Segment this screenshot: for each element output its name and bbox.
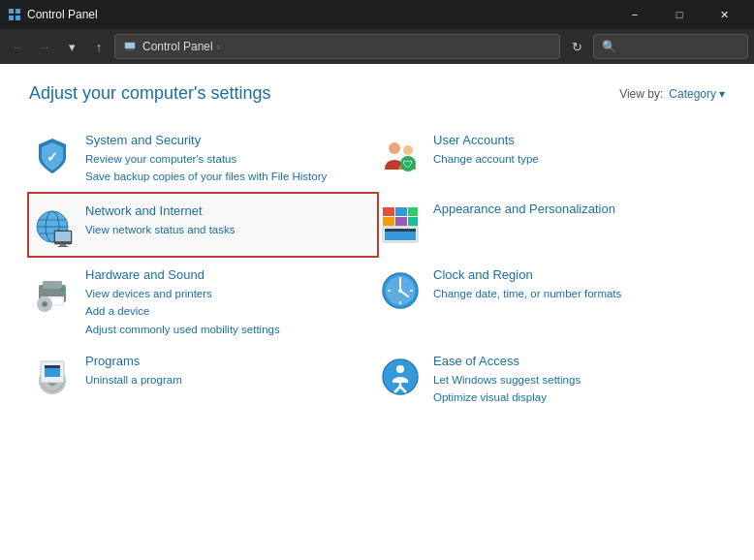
programs-icon bbox=[29, 354, 76, 400]
minimize-button[interactable]: − bbox=[613, 0, 657, 29]
forward-button[interactable]: → bbox=[33, 35, 56, 58]
clock-region-name[interactable]: Clock and Region bbox=[433, 267, 715, 282]
svg-rect-22 bbox=[395, 207, 407, 216]
programs-link-1[interactable]: Uninstall a program bbox=[85, 371, 367, 389]
svg-rect-53 bbox=[45, 365, 60, 368]
svg-point-37 bbox=[44, 303, 46, 305]
category-system-security: ✓ System and Security Review your comput… bbox=[29, 123, 377, 192]
system-security-name[interactable]: System and Security bbox=[85, 133, 367, 147]
svg-rect-21 bbox=[383, 207, 394, 216]
svg-rect-3 bbox=[16, 16, 20, 20]
breadcrumb-root: Control Panel bbox=[142, 40, 213, 53]
window-controls: − □ ✕ bbox=[613, 0, 746, 29]
hardware-sound-name[interactable]: Hardware and Sound bbox=[85, 267, 367, 282]
svg-text:✓: ✓ bbox=[47, 149, 58, 165]
svg-rect-20 bbox=[58, 246, 68, 247]
appearance-icon bbox=[377, 202, 424, 248]
svg-rect-0 bbox=[9, 9, 14, 14]
view-by-value[interactable]: Category ▾ bbox=[669, 87, 725, 101]
category-programs: Programs Uninstall a program bbox=[29, 344, 377, 413]
svg-rect-19 bbox=[60, 244, 66, 246]
page-title: Adjust your computer's settings bbox=[29, 83, 271, 104]
user-accounts-link-1[interactable]: Change account type bbox=[433, 150, 715, 168]
category-user-accounts: 🛡 User Accounts Change account type bbox=[377, 123, 725, 192]
category-appearance: Appearance and Personalization bbox=[377, 192, 725, 258]
dropdown-button[interactable]: ▾ bbox=[60, 35, 83, 58]
chevron-down-icon: ▾ bbox=[719, 87, 725, 101]
hardware-sound-link-1[interactable]: View devices and printers bbox=[85, 285, 367, 302]
hardware-sound-link-2[interactable]: Add a device bbox=[85, 302, 367, 320]
category-ease-access: Ease of Access Let Windows suggest setti… bbox=[377, 344, 725, 413]
svg-rect-1 bbox=[16, 9, 20, 14]
svg-rect-31 bbox=[43, 281, 62, 289]
svg-point-9 bbox=[403, 145, 413, 155]
svg-rect-29 bbox=[385, 229, 416, 232]
system-security-link-2[interactable]: Save backup copies of your files with Fi… bbox=[85, 168, 367, 185]
clock-region-icon bbox=[377, 267, 424, 314]
svg-point-55 bbox=[396, 365, 404, 373]
user-accounts-text: User Accounts Change account type bbox=[433, 133, 715, 168]
up-button[interactable]: ↑ bbox=[87, 35, 110, 58]
categories-grid: ✓ System and Security Review your comput… bbox=[29, 123, 725, 413]
maximize-button[interactable]: □ bbox=[657, 0, 702, 29]
refresh-button[interactable]: ↻ bbox=[564, 34, 589, 59]
view-by-label: View by: bbox=[619, 87, 663, 101]
programs-name[interactable]: Programs bbox=[85, 354, 367, 368]
clock-region-text: Clock and Region Change date, time, or n… bbox=[433, 267, 715, 302]
network-internet-link-1[interactable]: View network status and tasks bbox=[85, 221, 367, 238]
window-title: Control Panel bbox=[27, 8, 613, 21]
view-by-control[interactable]: View by: Category ▾ bbox=[619, 87, 725, 101]
user-accounts-name[interactable]: User Accounts bbox=[433, 133, 715, 147]
svg-rect-18 bbox=[55, 232, 71, 241]
svg-point-34 bbox=[60, 288, 64, 292]
category-hardware-sound: Hardware and Sound View devices and prin… bbox=[29, 258, 377, 344]
svg-rect-26 bbox=[408, 217, 418, 226]
svg-rect-2 bbox=[9, 16, 14, 20]
svg-rect-23 bbox=[408, 207, 418, 216]
svg-text:🛡: 🛡 bbox=[403, 159, 413, 170]
svg-rect-25 bbox=[395, 217, 407, 226]
appearance-text: Appearance and Personalization bbox=[433, 202, 715, 219]
search-icon: 🔍 bbox=[602, 40, 616, 53]
header-row: Adjust your computer's settings View by:… bbox=[29, 83, 725, 104]
search-box[interactable]: 🔍 bbox=[593, 34, 748, 59]
breadcrumb-separator: › bbox=[217, 42, 220, 52]
breadcrumb-bar[interactable]: Control Panel › bbox=[114, 34, 560, 59]
hardware-sound-icon bbox=[29, 267, 76, 314]
address-bar: ← → ▾ ↑ Control Panel › ↻ 🔍 bbox=[0, 29, 754, 64]
svg-rect-6 bbox=[125, 43, 135, 48]
clock-region-link-1[interactable]: Change date, time, or number formats bbox=[433, 285, 715, 302]
system-security-link-1[interactable]: Review your computer's status bbox=[85, 150, 367, 168]
ease-access-icon bbox=[377, 354, 424, 400]
app-icon bbox=[8, 8, 21, 21]
category-clock-region: Clock and Region Change date, time, or n… bbox=[377, 258, 725, 344]
programs-text: Programs Uninstall a program bbox=[85, 354, 367, 389]
svg-rect-5 bbox=[126, 49, 134, 51]
ease-access-link-2[interactable]: Optimize visual display bbox=[433, 389, 715, 406]
category-network-internet: Network and Internet View network status… bbox=[29, 194, 377, 256]
back-button[interactable]: ← bbox=[6, 35, 29, 58]
main-content: Adjust your computer's settings View by:… bbox=[0, 64, 754, 560]
svg-rect-24 bbox=[383, 217, 394, 226]
close-button[interactable]: ✕ bbox=[702, 0, 746, 29]
svg-point-42 bbox=[398, 289, 402, 293]
hardware-sound-link-3[interactable]: Adjust commonly used mobility settings bbox=[85, 321, 367, 338]
svg-point-8 bbox=[389, 142, 400, 154]
ease-access-name[interactable]: Ease of Access bbox=[433, 354, 715, 368]
network-internet-icon bbox=[29, 203, 76, 250]
system-security-text: System and Security Review your computer… bbox=[85, 133, 367, 186]
hardware-sound-text: Hardware and Sound View devices and prin… bbox=[85, 267, 367, 338]
network-internet-name[interactable]: Network and Internet bbox=[85, 203, 367, 218]
appearance-name[interactable]: Appearance and Personalization bbox=[433, 202, 715, 216]
ease-access-link-1[interactable]: Let Windows suggest settings bbox=[433, 371, 715, 389]
user-accounts-icon: 🛡 bbox=[377, 133, 424, 179]
system-security-icon: ✓ bbox=[29, 133, 76, 179]
breadcrumb-icon bbox=[123, 39, 137, 55]
title-bar: Control Panel − □ ✕ bbox=[0, 0, 754, 29]
ease-access-text: Ease of Access Let Windows suggest setti… bbox=[433, 354, 715, 407]
network-internet-text: Network and Internet View network status… bbox=[85, 203, 367, 238]
